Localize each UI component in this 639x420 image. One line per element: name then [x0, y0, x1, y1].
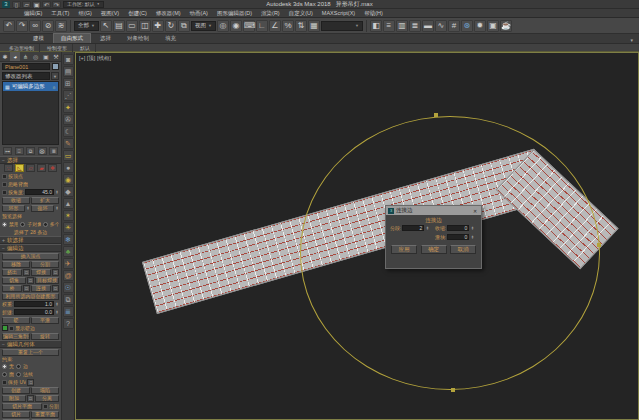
ribbon-toggle-icon[interactable]: ▬	[422, 20, 434, 32]
slice-button[interactable]: 切片	[2, 411, 30, 418]
select-and-link-icon[interactable]: ∞	[29, 20, 41, 32]
snowflake-icon[interactable]: ❄	[63, 234, 74, 245]
rollout-header-soft-selection[interactable]: + 软选择	[0, 236, 61, 244]
preview-off-radio[interactable]	[2, 222, 7, 227]
shell-icon[interactable]: @	[63, 270, 74, 281]
loop-spinner[interactable]: ▲▼	[55, 206, 59, 211]
ribbon-config-icon[interactable]: ▾	[630, 37, 633, 43]
split-checkbox[interactable]	[43, 404, 48, 409]
display-hard-edges-checkbox[interactable]	[9, 326, 14, 331]
visibility-bulb-icon[interactable]: ☼	[51, 84, 56, 90]
ribbon-panel-button[interactable]: 绘制变形	[42, 44, 73, 52]
earth-icon[interactable]: ☉	[63, 282, 74, 293]
moon-icon[interactable]: ☾	[63, 126, 74, 137]
attach-button[interactable]: 附加	[2, 395, 26, 402]
select-and-place-icon[interactable]: ◉	[230, 20, 242, 32]
scene-explorer-icon[interactable]: ▥	[396, 20, 408, 32]
tab-display-icon[interactable]: ▣	[41, 52, 51, 61]
rollout-header-selection[interactable]: − 选择	[0, 156, 61, 164]
weight-field[interactable]: 1.0	[14, 301, 54, 307]
star-primitive-icon[interactable]: ✶	[63, 210, 74, 221]
extrude-settings-button[interactable]: □	[23, 269, 30, 276]
tab-motion-icon[interactable]: ◎	[31, 52, 41, 61]
weld-button[interactable]: 焊接	[31, 269, 51, 276]
tab-create-icon[interactable]: ✱	[0, 52, 10, 61]
connect-button[interactable]: 连接	[31, 285, 51, 292]
undo-icon[interactable]: ↶	[3, 20, 15, 32]
redo-icon[interactable]: ↷	[16, 20, 28, 32]
apply-button[interactable]: 应用	[391, 245, 417, 254]
remove-modifier-icon[interactable]: ⨂	[38, 147, 47, 155]
ribbon-tab[interactable]: 自由形式	[53, 33, 91, 43]
light-icon[interactable]: ✦	[63, 102, 74, 113]
ribbon-tab[interactable]: 选择	[93, 34, 118, 43]
make-unique-icon[interactable]: ⧉	[26, 147, 35, 155]
configure-modifier-sets-icon[interactable]: ≣	[49, 147, 58, 155]
named-selection-sets-icon[interactable]: ▦	[308, 20, 320, 32]
select-by-name-icon[interactable]: ▤	[113, 20, 125, 32]
dialog-title-bar[interactable]: 3 连接边 ✕	[386, 206, 481, 215]
preserve-uvs-checkbox[interactable]	[2, 380, 7, 385]
edit-triangulation-button[interactable]: 编辑三角剖分	[2, 333, 30, 340]
tab-modify-icon[interactable]: ◕	[10, 52, 20, 61]
extrude-button[interactable]: 挤出	[2, 269, 22, 276]
brush-icon[interactable]: ✎	[63, 138, 74, 149]
slice-plane-button[interactable]: 切片平面	[2, 403, 42, 410]
reset-plane-button[interactable]: 重置平面	[31, 411, 59, 418]
menu-item[interactable]: 创建(C)	[124, 9, 151, 18]
viewport-label[interactable]: [+] [顶] [线框]	[79, 55, 111, 62]
save-file-icon[interactable]: ▣	[32, 1, 41, 8]
circle-vertex-marker-top[interactable]	[434, 113, 438, 117]
preserve-uvs-settings-button[interactable]: □	[27, 379, 34, 386]
workspace-dropdown[interactable]: 工作区: 默认 ▼	[63, 1, 104, 8]
menu-item[interactable]: 修改器(M)	[152, 9, 185, 18]
edge-subobject-icon[interactable]: ◺	[15, 164, 24, 172]
menu-item[interactable]: 视图(V)	[97, 9, 123, 18]
bridge-button[interactable]: 桥	[2, 285, 22, 292]
pinch-spinner[interactable]: ▲▼	[470, 226, 474, 231]
keyboard-override-icon[interactable]: ⌨	[243, 20, 255, 32]
vertex-subobject-icon[interactable]: ∵	[4, 164, 13, 172]
create-button[interactable]: 创建	[2, 387, 30, 394]
snap-toggle-icon[interactable]: ∟	[256, 20, 268, 32]
segments-spinner[interactable]: ▲▼	[425, 226, 429, 231]
by-angle-field[interactable]: 45.0	[25, 189, 54, 195]
attach-settings-button[interactable]: □	[27, 395, 34, 402]
menu-item[interactable]: 自定义(U)	[285, 9, 317, 18]
crease-spinner[interactable]: ▲▼	[55, 310, 59, 315]
open-file-icon[interactable]: ▱	[22, 1, 31, 8]
box-primitive-icon[interactable]: ▭	[63, 150, 74, 161]
bridge-settings-button[interactable]: □	[23, 285, 30, 292]
named-selection-set-dropdown[interactable]: ▼	[321, 21, 363, 31]
crease-field[interactable]: 0.0	[14, 309, 54, 315]
border-subobject-icon[interactable]: ▱	[26, 164, 35, 172]
spinner-snap-icon[interactable]: ⇅	[295, 20, 307, 32]
remove-button[interactable]: 移除	[2, 261, 30, 268]
weight-spinner[interactable]: ▲▼	[55, 302, 59, 307]
hard-edge-color-swatch[interactable]	[2, 325, 8, 331]
window-crossing-icon[interactable]: ◫	[139, 20, 151, 32]
close-icon[interactable]: ✕	[471, 208, 479, 214]
chart-icon[interactable]: ⋰	[63, 90, 74, 101]
constraint-none-radio[interactable]	[2, 364, 7, 369]
pin-stack-icon[interactable]: ⊶	[3, 147, 12, 155]
copy-icon[interactable]: ⧉	[63, 294, 74, 305]
segments-field[interactable]: 2	[402, 225, 424, 231]
mirror-icon[interactable]: ◧	[370, 20, 382, 32]
repeat-last-button[interactable]: 重复上一个	[2, 349, 59, 356]
material-editor-icon[interactable]: ⊛	[461, 20, 473, 32]
menu-item[interactable]: 帮助(H)	[360, 9, 387, 18]
weld-settings-button[interactable]: □	[52, 269, 59, 276]
by-vertex-checkbox[interactable]	[2, 174, 7, 179]
split-button[interactable]: 分割	[31, 261, 59, 268]
tab-hierarchy-icon[interactable]: ⋔	[20, 52, 30, 61]
rollout-header-edit-edges[interactable]: − 编辑边	[0, 244, 61, 252]
target-weld-button[interactable]: 目标焊接	[35, 277, 59, 284]
ring-button[interactable]: 环形	[2, 205, 25, 212]
undo-qat-icon[interactable]: ↶	[42, 1, 51, 8]
curve-editor-icon[interactable]: ∿	[435, 20, 447, 32]
menu-item[interactable]: 图形编辑器(D)	[213, 9, 256, 18]
chamfer-settings-button[interactable]: □	[27, 277, 34, 284]
element-subobject-icon[interactable]: ❖	[48, 164, 57, 172]
ribbon-tab[interactable]: 填充	[158, 34, 183, 43]
